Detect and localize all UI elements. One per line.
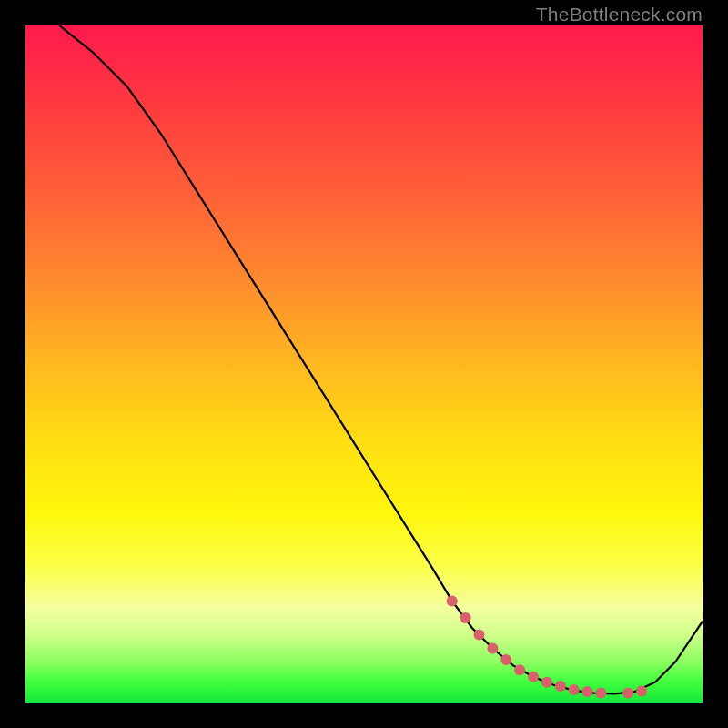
marker-dot [582, 686, 593, 697]
marker-dot [447, 595, 458, 606]
marker-dot [569, 684, 580, 695]
chart-plot-area [25, 25, 703, 703]
marker-dot [500, 654, 511, 665]
watermark-text: TheBottleneck.com [536, 4, 703, 25]
chart-frame: TheBottleneck.com [0, 0, 728, 728]
curve-line [59, 25, 703, 693]
marker-dot [622, 688, 633, 699]
chart-svg [25, 25, 703, 703]
marker-dot [555, 681, 566, 692]
marker-dot [460, 612, 471, 623]
marker-dot [636, 685, 647, 696]
marker-dots [447, 595, 647, 698]
marker-dot [528, 672, 539, 682]
marker-dot [487, 643, 498, 654]
marker-dot [474, 630, 485, 641]
marker-dot [541, 677, 552, 688]
marker-dot [595, 688, 606, 699]
marker-dot [514, 664, 525, 675]
